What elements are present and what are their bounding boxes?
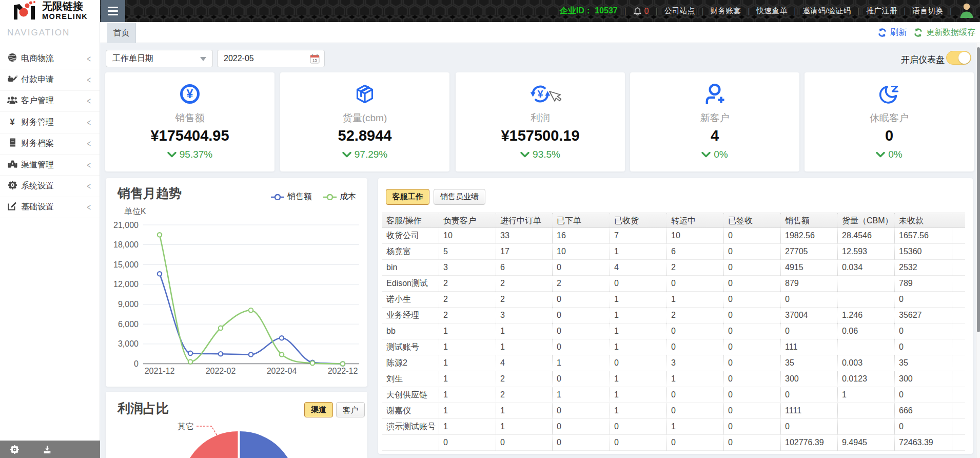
svg-text:18,000: 18,000	[113, 240, 139, 249]
svg-text:单位K: 单位K	[124, 207, 146, 216]
svg-text:15,000: 15,000	[113, 260, 139, 269]
svg-text:2022-02: 2022-02	[206, 367, 236, 375]
svg-text:6,000: 6,000	[118, 320, 139, 329]
svg-text:9,000: 9,000	[118, 300, 139, 309]
svg-text:其它: 其它	[178, 422, 194, 431]
svg-text:¥: ¥	[187, 87, 193, 101]
svg-text:0: 0	[134, 359, 139, 368]
svg-text:2022-12: 2022-12	[328, 367, 358, 375]
svg-text:MORELINK: MORELINK	[42, 12, 88, 21]
svg-text:21,000: 21,000	[113, 221, 139, 230]
svg-text:3,000: 3,000	[118, 339, 139, 348]
svg-text:15: 15	[312, 58, 317, 63]
svg-text:12,000: 12,000	[113, 280, 139, 289]
svg-text:2022-04: 2022-04	[267, 367, 297, 375]
svg-text:¥: ¥	[537, 88, 543, 100]
svg-text:无限链接: 无限链接	[42, 1, 83, 12]
svg-text:2021-12: 2021-12	[145, 367, 175, 375]
